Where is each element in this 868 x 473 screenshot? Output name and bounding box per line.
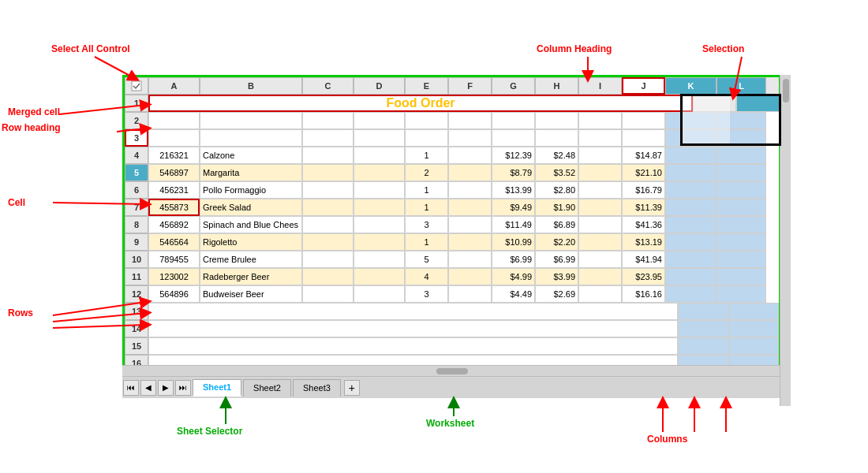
cell-3h[interactable]	[535, 129, 578, 147]
cell-6g[interactable]: $13.99	[492, 181, 535, 199]
row-header-5[interactable]: 5	[125, 164, 148, 181]
cell-4c[interactable]	[302, 147, 354, 164]
cell-5d[interactable]	[354, 164, 405, 181]
cell-4i[interactable]	[578, 147, 622, 164]
cell-9a[interactable]: 546564	[148, 233, 200, 251]
cell-12c[interactable]	[302, 285, 354, 303]
cell-11f[interactable]	[448, 268, 492, 285]
cell-9i[interactable]	[578, 233, 622, 251]
sheet-nav-prev[interactable]: ◀	[140, 380, 156, 396]
cell-9g[interactable]: $10.99	[492, 233, 535, 251]
cell-7i[interactable]	[578, 199, 622, 216]
cell-3i[interactable]	[578, 129, 622, 147]
row-header-4[interactable]: 4	[125, 147, 148, 164]
cell-7d[interactable]	[354, 199, 405, 216]
cell-5f[interactable]	[448, 164, 492, 181]
cell-15[interactable]	[148, 337, 678, 355]
cell-9j[interactable]: $13.19	[622, 233, 665, 251]
cell-12h[interactable]: $2.69	[535, 285, 578, 303]
cell-3b[interactable]	[200, 129, 302, 147]
cell-3g[interactable]	[492, 129, 535, 147]
cell-2h[interactable]	[535, 112, 578, 129]
row-header-1[interactable]: 1	[125, 95, 148, 112]
cell-8b[interactable]: Spinach and Blue Chees	[200, 216, 302, 233]
cell-5j[interactable]: $21.10	[622, 164, 665, 181]
row-header-3[interactable]: 3	[125, 129, 148, 147]
cell-4k[interactable]	[665, 147, 716, 164]
cell-4l[interactable]	[716, 147, 766, 164]
cell-6i[interactable]	[578, 181, 622, 199]
cell-2k[interactable]	[665, 112, 716, 129]
cell-4h[interactable]: $2.48	[535, 147, 578, 164]
cell-7g[interactable]: $9.49	[492, 199, 535, 216]
cell-7e[interactable]: 1	[405, 199, 448, 216]
cell-11h[interactable]: $3.99	[535, 268, 578, 285]
cell-12i[interactable]	[578, 285, 622, 303]
col-header-e[interactable]: E	[405, 77, 448, 95]
cell-4j[interactable]: $14.87	[622, 147, 665, 164]
cell-4f[interactable]	[448, 147, 492, 164]
cell-12j[interactable]: $16.16	[622, 285, 665, 303]
cell-15l[interactable]	[729, 337, 779, 355]
cell-13l[interactable]	[729, 303, 779, 320]
col-header-g[interactable]: G	[492, 77, 535, 95]
cell-6l[interactable]	[716, 181, 766, 199]
cell-7k[interactable]	[665, 199, 716, 216]
cell-8h[interactable]: $6.89	[535, 216, 578, 233]
cell-11b[interactable]: Radeberger Beer	[200, 268, 302, 285]
cell-6d[interactable]	[354, 181, 405, 199]
cell-10g[interactable]: $6.99	[492, 251, 535, 268]
cell-7a[interactable]: 455873	[148, 199, 200, 216]
col-header-b[interactable]: B	[200, 77, 302, 95]
cell-5l[interactable]	[716, 164, 766, 181]
col-header-a[interactable]: A	[148, 77, 200, 95]
cell-9d[interactable]	[354, 233, 405, 251]
cell-7j[interactable]: $11.39	[622, 199, 665, 216]
cell-3c[interactable]	[302, 129, 354, 147]
col-header-l[interactable]: L	[716, 77, 766, 95]
cell-14k[interactable]	[678, 320, 729, 337]
cell-2d[interactable]	[354, 112, 405, 129]
cell-7l[interactable]	[716, 199, 766, 216]
row-header-12[interactable]: 12	[125, 285, 148, 303]
cell-12a[interactable]: 564896	[148, 285, 200, 303]
sheet-add-button[interactable]: +	[344, 380, 360, 396]
col-header-h[interactable]: H	[535, 77, 578, 95]
cell-14[interactable]	[148, 320, 678, 337]
cell-6j[interactable]: $16.79	[622, 181, 665, 199]
cell-7h[interactable]: $1.90	[535, 199, 578, 216]
col-header-c[interactable]: C	[302, 77, 354, 95]
cell-8l[interactable]	[716, 216, 766, 233]
cell-12l[interactable]	[716, 285, 766, 303]
cell-4d[interactable]	[354, 147, 405, 164]
merged-title-cell[interactable]: Food Order	[148, 95, 693, 112]
cell-3l[interactable]	[716, 129, 766, 147]
cell-11k[interactable]	[665, 268, 716, 285]
cell-9l[interactable]	[716, 233, 766, 251]
cell-8c[interactable]	[302, 216, 354, 233]
vertical-scrollbar[interactable]	[780, 75, 791, 406]
cell-7b[interactable]: Greek Salad	[200, 199, 302, 216]
cell-5i[interactable]	[578, 164, 622, 181]
row-header-11[interactable]: 11	[125, 268, 148, 285]
cell-9e[interactable]: 1	[405, 233, 448, 251]
cell-14l[interactable]	[729, 320, 779, 337]
cell-6f[interactable]	[448, 181, 492, 199]
cell-10a[interactable]: 789455	[148, 251, 200, 268]
cell-2b[interactable]	[200, 112, 302, 129]
cell-12g[interactable]: $4.49	[492, 285, 535, 303]
cell-8a[interactable]: 456892	[148, 216, 200, 233]
cell-5h[interactable]: $3.52	[535, 164, 578, 181]
cell-7f[interactable]	[448, 199, 492, 216]
cell-5e[interactable]: 2	[405, 164, 448, 181]
sheet-nav-next[interactable]: ▶	[158, 380, 174, 396]
row-header-8[interactable]: 8	[125, 216, 148, 233]
cell-11c[interactable]	[302, 268, 354, 285]
cell-9k[interactable]	[665, 233, 716, 251]
cell-8j[interactable]: $41.36	[622, 216, 665, 233]
cell-10d[interactable]	[354, 251, 405, 268]
cell-15k[interactable]	[678, 337, 729, 355]
cell-8e[interactable]: 3	[405, 216, 448, 233]
cell-2e[interactable]	[405, 112, 448, 129]
cell-9f[interactable]	[448, 233, 492, 251]
